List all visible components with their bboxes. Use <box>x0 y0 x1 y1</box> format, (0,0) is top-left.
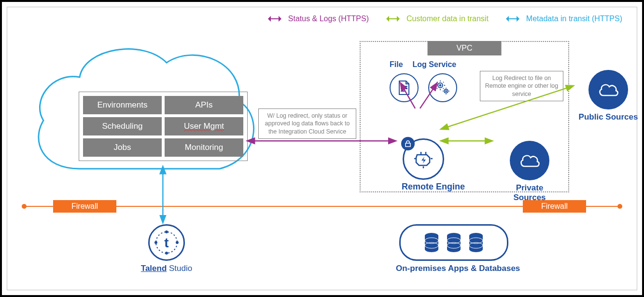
firewall-label-left: Firewall <box>53 200 116 213</box>
svg-point-6 <box>165 252 168 255</box>
svg-point-1 <box>440 85 441 86</box>
callout-log-redirect-box: Log Redirect to file on Remote engine or… <box>480 71 563 101</box>
firewall-bar: Firewall Firewall <box>22 200 622 213</box>
lock-icon <box>401 137 415 150</box>
remote-engine-label: Remote Engine <box>402 182 445 192</box>
legend-label: Customer data in transit <box>406 14 489 23</box>
legend-label: Status & Logs (HTTPS) <box>288 14 369 23</box>
callout-log-redirect-note: W/ Log redirect, only status or approved… <box>258 108 356 139</box>
database-icon <box>467 232 485 253</box>
svg-point-8 <box>176 241 179 244</box>
legend-customer-data: Customer data in transit <box>383 14 489 23</box>
legend-status-logs: Status & Logs (HTTPS) <box>265 14 369 23</box>
private-sources: Private Sources <box>501 141 559 202</box>
legend-label: Metadata in transit (HTTPS) <box>526 14 622 23</box>
vpc-box: VPC File Log Service Lo <box>360 41 569 192</box>
database-icon <box>423 232 440 253</box>
svg-point-0 <box>438 83 443 88</box>
svg-point-5 <box>165 230 168 233</box>
cloud-modules-box: Environments APIs Scheduling User Mgmt J… <box>79 92 248 161</box>
private-sources-label: Private Sources <box>501 183 559 202</box>
svg-point-3 <box>446 91 447 92</box>
module-jobs: Jobs <box>83 138 162 157</box>
module-user-mgmt: User Mgmt <box>165 117 243 135</box>
talend-logo-icon: t <box>148 224 185 261</box>
cloud-icon <box>518 153 541 168</box>
gears-icon <box>428 73 457 102</box>
public-sources-label: Public Sources <box>577 112 640 122</box>
talend-studio-label: Talend Studio <box>133 264 200 273</box>
file-icon <box>390 73 419 102</box>
module-scheduling: Scheduling <box>83 117 162 135</box>
firewall-label-right: Firewall <box>523 200 586 213</box>
cloud-icon <box>597 82 620 97</box>
svg-text:t: t <box>164 235 168 250</box>
svg-point-7 <box>154 241 157 244</box>
module-monitoring: Monitoring <box>165 138 243 157</box>
on-premises: On-premises Apps & Databases <box>396 224 512 273</box>
legend: Status & Logs (HTTPS) Customer data in t… <box>265 14 622 23</box>
database-icon <box>445 232 462 253</box>
remote-engine: Remote Engine <box>402 138 445 192</box>
public-sources: Public Sources <box>577 70 640 122</box>
vpc-title: VPC <box>428 41 502 55</box>
talend-studio: t Talend Studio <box>133 224 200 273</box>
on-premises-label: On-premises Apps & Databases <box>396 264 512 273</box>
engine-icon <box>412 148 434 170</box>
vpc-file-label: File <box>390 60 403 69</box>
module-apis: APIs <box>165 96 243 114</box>
legend-metadata: Metadata in transit (HTTPS) <box>503 14 622 23</box>
vpc-log-service-label: Log Service <box>413 60 457 69</box>
module-environments: Environments <box>83 96 162 114</box>
